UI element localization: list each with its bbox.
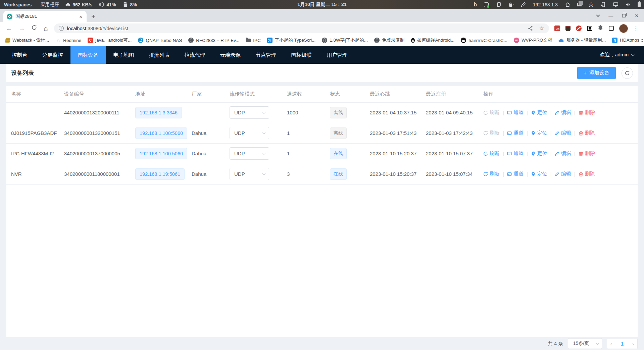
- blocker-extension-icon[interactable]: [576, 25, 582, 31]
- refresh-action[interactable]: 刷新: [483, 109, 500, 116]
- minimize-button[interactable]: —: [608, 13, 613, 18]
- delete-action[interactable]: 删除: [579, 150, 595, 157]
- locate-action[interactable]: 定位: [531, 150, 547, 157]
- csdn-favicon-icon: C: [88, 38, 93, 43]
- channel-action[interactable]: 通道: [507, 150, 524, 157]
- workspace-switcher-icon[interactable]: [577, 3, 582, 6]
- site-info-icon[interactable]: i: [59, 26, 64, 31]
- clipboard-tray-icon[interactable]: [496, 2, 501, 7]
- next-page-button[interactable]: ›: [632, 341, 634, 347]
- new-tab-button[interactable]: +: [91, 12, 95, 22]
- nav-item-map[interactable]: 电子地图: [106, 46, 142, 64]
- coffee-tray-icon[interactable]: [508, 2, 513, 7]
- cell-device-id: 34020000001370000005: [61, 143, 133, 164]
- bookmark-item[interactable]: 知了不起的 TypeScri...: [267, 37, 316, 43]
- address-bar[interactable]: i localhost :38080/#/deviceList ☆: [54, 23, 549, 33]
- volume-icon[interactable]: [625, 2, 631, 7]
- dark-extension-icon[interactable]: [565, 26, 571, 31]
- refresh-action[interactable]: 刷新: [483, 171, 500, 177]
- nav-item-pull-proxy[interactable]: 拉流代理: [177, 46, 213, 64]
- display-icon[interactable]: [613, 2, 618, 7]
- stream-mode-select[interactable]: UDP: [230, 106, 269, 119]
- stream-mode-select[interactable]: UDP: [230, 127, 269, 139]
- home-button[interactable]: ⌂: [40, 24, 51, 33]
- bookmark-item[interactable]: QNAP Turbo NAS: [138, 38, 182, 43]
- edit-action[interactable]: 编辑: [555, 150, 571, 157]
- bookmark-item[interactable]: Webstack - 设计...: [5, 37, 49, 43]
- bing-tray-icon[interactable]: b: [474, 2, 477, 8]
- stream-mode-select[interactable]: UDP: [230, 147, 269, 160]
- separator: |: [527, 110, 528, 115]
- close-window-button[interactable]: ✕: [635, 13, 639, 18]
- delete-action[interactable]: 删除: [579, 130, 595, 136]
- js-extension-icon[interactable]: JS: [554, 25, 560, 31]
- stream-mode-select[interactable]: UDP: [230, 168, 269, 180]
- bookmark-item[interactable]: WWVP-PRO文档: [514, 37, 552, 43]
- locate-action[interactable]: 定位: [531, 130, 547, 136]
- nav-item-push-list[interactable]: 推流列表: [142, 46, 177, 64]
- bookmark-item[interactable]: 如何编译Android...: [411, 37, 455, 43]
- locate-action[interactable]: 定位: [531, 109, 547, 116]
- edit-action[interactable]: 编辑: [555, 109, 571, 116]
- bookmark-item[interactable]: 1.8W字|了不起的...: [322, 37, 368, 43]
- forward-button[interactable]: →: [15, 25, 28, 32]
- refresh-action[interactable]: 刷新: [483, 130, 500, 136]
- channel-action[interactable]: 通道: [507, 171, 524, 177]
- color-picker-tray-icon[interactable]: [521, 2, 526, 7]
- bookmark-item[interactable]: ∩Redmine: [55, 38, 81, 43]
- channel-action[interactable]: 通道: [507, 109, 524, 116]
- add-device-button[interactable]: + 添加设备: [577, 67, 616, 79]
- tab-close-icon[interactable]: ×: [78, 14, 83, 19]
- applications-menu[interactable]: 应用程序: [40, 2, 59, 8]
- bookmark-item[interactable]: NHDAtmos :: 种子 *...: [612, 37, 644, 43]
- back-button[interactable]: ←: [3, 25, 15, 32]
- channel-action[interactable]: 通道: [507, 130, 524, 136]
- page-size-select[interactable]: 15条/页: [568, 338, 602, 349]
- screenshot-app-tray-icon[interactable]: [484, 2, 489, 7]
- nav-item-node-manage[interactable]: 节点管理: [248, 46, 284, 64]
- browser-menu-icon[interactable]: ⋮: [633, 25, 639, 32]
- app-navbar: 控制台 分屏监控 国标设备 电子地图 推流列表 拉流代理 云端录像 节点管理 国…: [0, 46, 644, 64]
- nav-item-gb-devices[interactable]: 国标设备: [70, 46, 106, 64]
- home-tray-icon[interactable]: [565, 2, 570, 7]
- refresh-list-button[interactable]: [622, 67, 633, 79]
- ip-address-indicator[interactable]: 192.168.1.3: [533, 2, 558, 7]
- bookmark-item[interactable]: RFC2833 – RTP Ev...: [188, 38, 239, 43]
- input-method-indicator[interactable]: 英: [589, 2, 593, 8]
- chevron-down-icon: [596, 342, 599, 345]
- nav-item-console[interactable]: 控制台: [4, 46, 35, 64]
- reload-button[interactable]: [28, 25, 40, 32]
- share-icon[interactable]: [528, 26, 533, 31]
- phone-link-icon[interactable]: [600, 2, 606, 7]
- bookmark-item[interactable]: 免登录复制: [374, 37, 405, 43]
- nav-item-gb-cascade[interactable]: 国标级联: [284, 46, 319, 64]
- bookmark-item[interactable]: 服务器 - 轻量应用...: [558, 37, 606, 43]
- current-page[interactable]: 1: [621, 341, 624, 347]
- tab-search-chevron-icon[interactable]: [596, 13, 600, 17]
- browser-tab[interactable]: 国标28181 ×: [3, 11, 87, 22]
- user-menu[interactable]: 欢迎，admin: [600, 52, 644, 58]
- nav-item-split-monitor[interactable]: 分屏监控: [35, 46, 70, 64]
- workspaces-button[interactable]: Workspaces: [4, 2, 32, 7]
- refresh-action[interactable]: 刷新: [483, 150, 500, 157]
- restore-button[interactable]: [622, 14, 626, 17]
- profile-avatar[interactable]: [619, 24, 628, 33]
- col-device-id: 设备编号: [61, 86, 133, 102]
- edit-action[interactable]: 编辑: [555, 130, 571, 136]
- bookmark-folder[interactable]: IPC: [246, 38, 261, 43]
- side-panel-icon[interactable]: [609, 26, 614, 31]
- locate-action[interactable]: 定位: [531, 171, 547, 177]
- black-square-extension-icon[interactable]: [587, 26, 592, 31]
- bookmark-star-icon[interactable]: ☆: [539, 25, 544, 32]
- nav-item-user-manage[interactable]: 用户管理: [319, 46, 355, 64]
- delete-action[interactable]: 删除: [579, 171, 595, 177]
- hdatmos-favicon-icon: N: [612, 38, 617, 43]
- delete-action[interactable]: 删除: [579, 109, 595, 116]
- battery-icon[interactable]: [638, 2, 641, 7]
- edit-action[interactable]: 编辑: [555, 171, 571, 177]
- nav-item-cloud-record[interactable]: 云端录像: [213, 46, 248, 64]
- extensions-puzzle-icon[interactable]: [598, 25, 603, 32]
- prev-page-button[interactable]: ‹: [610, 341, 612, 347]
- bookmark-item[interactable]: hairrrrr/C-CrashC...: [461, 38, 507, 43]
- bookmark-item[interactable]: Cjava、android可...: [88, 37, 132, 43]
